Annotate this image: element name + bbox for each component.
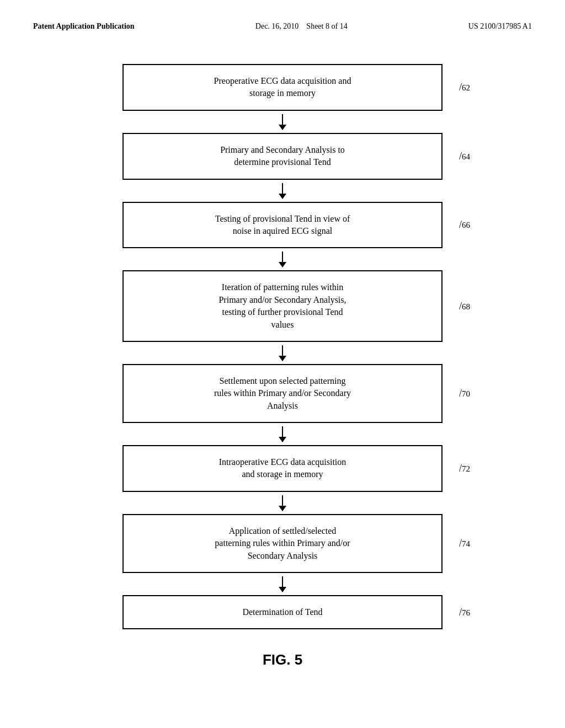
patent-number: US 2100/317985 A1 xyxy=(468,22,532,31)
arrow-line-3 xyxy=(282,345,283,361)
sheet: Sheet 8 of 14 xyxy=(306,22,347,30)
box-72-label: /72 xyxy=(459,463,470,474)
box-72-wrapper: Intraoperative ECG data acquisition and … xyxy=(122,445,443,492)
flowchart: Preoperative ECG data acquisition and st… xyxy=(33,64,532,629)
box-70-wrapper: Settlement upon selected patterning rule… xyxy=(122,364,443,423)
box-66-label: /66 xyxy=(459,219,470,231)
box-74-label: /74 xyxy=(459,538,470,549)
box-66-wrapper: Testing of provisional Tend in view of n… xyxy=(122,202,443,249)
publication-label: Patent Application Publication xyxy=(33,22,135,31)
arrow-4 xyxy=(122,423,443,445)
date: Dec. 16, 2010 xyxy=(255,22,299,30)
page-header: Patent Application Publication Dec. 16, … xyxy=(33,22,532,31)
arrow-line-4 xyxy=(282,426,283,442)
box-76-wrapper: Determination of Tend/76 xyxy=(122,595,443,629)
box-64-wrapper: Primary and Secondary Analysis to determ… xyxy=(122,133,443,180)
page: Patent Application Publication Dec. 16, … xyxy=(0,0,565,728)
arrow-line-5 xyxy=(282,495,283,511)
box-68-label: /68 xyxy=(459,301,470,312)
box-74-wrapper: Application of settled/selected patterni… xyxy=(122,514,443,573)
date-sheet: Dec. 16, 2010 Sheet 8 of 14 xyxy=(255,22,348,31)
box-76: Determination of Tend xyxy=(122,595,443,629)
box-62-wrapper: Preoperative ECG data acquisition and st… xyxy=(122,64,443,111)
arrow-line-2 xyxy=(282,251,283,267)
box-70: Settlement upon selected patterning rule… xyxy=(122,364,443,423)
arrow-2 xyxy=(122,248,443,270)
arrow-0 xyxy=(122,111,443,133)
arrow-line-6 xyxy=(282,576,283,592)
box-68-wrapper: Iteration of patterning rules within Pri… xyxy=(122,270,443,342)
box-70-label: /70 xyxy=(459,388,470,399)
box-62: Preoperative ECG data acquisition and st… xyxy=(122,64,443,111)
box-64-label: /64 xyxy=(459,151,470,162)
box-64: Primary and Secondary Analysis to determ… xyxy=(122,133,443,180)
arrow-6 xyxy=(122,573,443,595)
arrow-5 xyxy=(122,492,443,514)
arrow-line-1 xyxy=(282,183,283,199)
box-74: Application of settled/selected patterni… xyxy=(122,514,443,573)
box-72: Intraoperative ECG data acquisition and … xyxy=(122,445,443,492)
arrow-line-0 xyxy=(282,114,283,130)
figure-label: FIG. 5 xyxy=(33,651,532,668)
box-68: Iteration of patterning rules within Pri… xyxy=(122,270,443,342)
box-62-label: /62 xyxy=(459,82,470,93)
box-76-label: /76 xyxy=(459,607,470,618)
box-66: Testing of provisional Tend in view of n… xyxy=(122,202,443,249)
arrow-1 xyxy=(122,180,443,202)
arrow-3 xyxy=(122,342,443,364)
